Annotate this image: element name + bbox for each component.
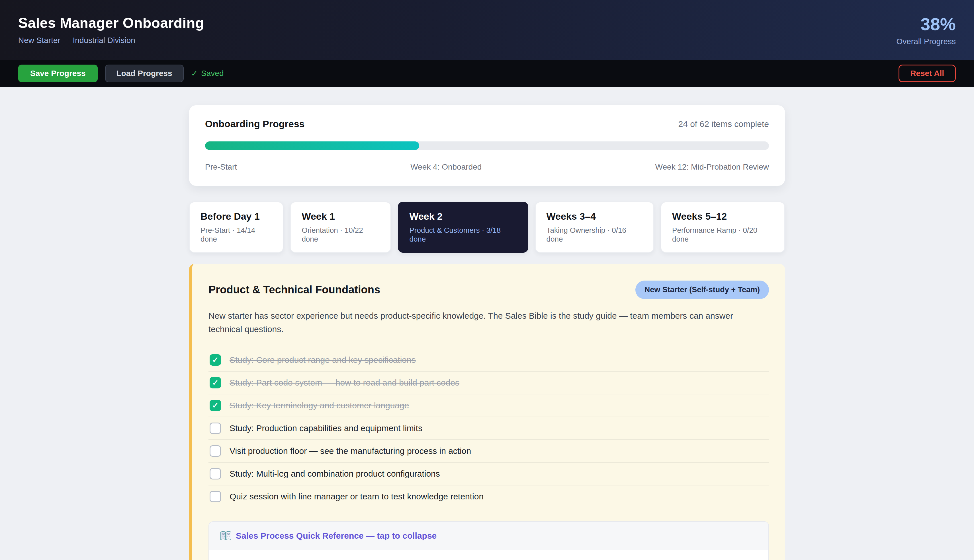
checkbox-unchecked-icon[interactable] [210, 445, 221, 457]
tab-title: Weeks 3–4 [546, 211, 643, 222]
page-subtitle: New Starter — Industrial Division [18, 36, 204, 45]
owner-badge: New Starter (Self-study + Team) [635, 280, 769, 299]
app-header: Sales Manager Onboarding New Starter — I… [0, 0, 974, 60]
checklist-item-label: Study: Production capabilities and equip… [229, 423, 423, 433]
checkbox-checked-icon[interactable]: ✓ [210, 354, 221, 366]
tab-subtitle: Taking Ownership · 0/16 done [546, 226, 643, 243]
toolbar: Save Progress Load Progress ✓ Saved Rese… [0, 60, 974, 87]
progress-card-title: Onboarding Progress [205, 118, 305, 130]
tab-before-day-1[interactable]: Before Day 1Pre-Start · 14/14 done [189, 202, 283, 253]
onboarding-progress-card: Onboarding Progress 24 of 62 items compl… [189, 105, 785, 186]
checklist-item-label: Study: Core product range and key specif… [229, 355, 416, 365]
checkbox-checked-icon[interactable]: ✓ [210, 377, 221, 388]
tab-title: Before Day 1 [200, 211, 272, 222]
milestone-label: Week 4: Onboarded [410, 162, 481, 172]
phase-tabs: Before Day 1Pre-Start · 14/14 doneWeek 1… [189, 202, 785, 253]
phase-panel: Product & Technical Foundations New Star… [189, 264, 785, 560]
milestone-label: Week 12: Mid-Probation Review [655, 162, 769, 172]
check-icon: ✓ [191, 69, 198, 78]
quick-reference-body: Sales Process Framework StageKey Actions… [209, 550, 769, 560]
tab-subtitle: Pre-Start · 14/14 done [200, 226, 272, 243]
quick-reference-toggle-label: Sales Process Quick Reference — tap to c… [236, 531, 437, 541]
checkbox-unchecked-icon[interactable] [210, 423, 221, 434]
milestone-labels: Pre-StartWeek 4: OnboardedWeek 12: Mid-P… [205, 162, 769, 172]
checklist-item[interactable]: Study: Production capabilities and equip… [209, 417, 769, 440]
tab-weeks-5-12[interactable]: Weeks 5–12Performance Ramp · 0/20 done [661, 202, 785, 253]
checklist-item-label: Study: Multi-leg and combination product… [229, 469, 440, 478]
app-root: Sales Manager Onboarding New Starter — I… [0, 0, 974, 560]
checklist-item-label: Visit production floor — see the manufac… [229, 446, 471, 456]
checklist-item[interactable]: ✓Study: Core product range and key speci… [209, 349, 769, 372]
reset-all-button[interactable]: Reset All [899, 65, 956, 82]
checkbox-checked-icon[interactable]: ✓ [210, 400, 221, 411]
header-titles: Sales Manager Onboarding New Starter — I… [18, 15, 204, 45]
save-progress-button[interactable]: Save Progress [18, 65, 98, 82]
saved-status-label: Saved [201, 69, 224, 78]
milestone-label: Pre-Start [205, 162, 237, 172]
checklist: ✓Study: Core product range and key speci… [209, 349, 769, 508]
checklist-item-label: Study: Part code system — how to read an… [229, 378, 459, 388]
section-title: Product & Technical Foundations [209, 284, 380, 296]
checklist-item[interactable]: ✓Study: Part code system — how to read a… [209, 372, 769, 394]
progress-count: 24 of 62 items complete [678, 119, 769, 129]
tab-subtitle: Orientation · 10/22 done [302, 226, 379, 243]
book-icon [221, 531, 231, 540]
tab-weeks-3-4[interactable]: Weeks 3–4Taking Ownership · 0/16 done [535, 202, 654, 253]
tab-title: Week 1 [302, 211, 379, 222]
overall-progress-label: Overall Progress [896, 37, 956, 46]
progress-bar-fill [205, 142, 419, 150]
tab-week-1[interactable]: Week 1Orientation · 10/22 done [290, 202, 391, 253]
tab-subtitle: Product & Customers · 3/18 done [409, 226, 516, 243]
quick-reference-card: Sales Process Quick Reference — tap to c… [209, 521, 769, 560]
checkbox-unchecked-icon[interactable] [210, 468, 221, 480]
tab-title: Week 2 [409, 211, 516, 222]
checklist-item-label: Study: Key terminology and customer lang… [229, 401, 409, 410]
saved-status: ✓ Saved [191, 69, 224, 78]
quick-reference-toggle[interactable]: Sales Process Quick Reference — tap to c… [209, 522, 769, 550]
checklist-item[interactable]: Visit production floor — see the manufac… [209, 440, 769, 463]
checklist-item[interactable]: ✓Study: Key terminology and customer lan… [209, 394, 769, 417]
checklist-item[interactable]: Quiz session with line manager or team t… [209, 485, 769, 508]
overall-progress-value: 38% [896, 14, 956, 34]
section-description: New starter has sector experience but ne… [209, 309, 769, 336]
overall-progress: 38% Overall Progress [896, 14, 956, 46]
checkbox-unchecked-icon[interactable] [210, 491, 221, 502]
tab-subtitle: Performance Ramp · 0/20 done [672, 226, 774, 243]
checklist-item[interactable]: Study: Multi-leg and combination product… [209, 463, 769, 485]
tab-week-2[interactable]: Week 2Product & Customers · 3/18 done [398, 202, 528, 253]
tab-title: Weeks 5–12 [672, 211, 774, 222]
load-progress-button[interactable]: Load Progress [105, 65, 184, 82]
checklist-item-label: Quiz session with line manager or team t… [229, 492, 484, 502]
progress-bar-track [205, 142, 769, 150]
main-content: Onboarding Progress 24 of 62 items compl… [0, 87, 974, 560]
page-title: Sales Manager Onboarding [18, 15, 204, 31]
